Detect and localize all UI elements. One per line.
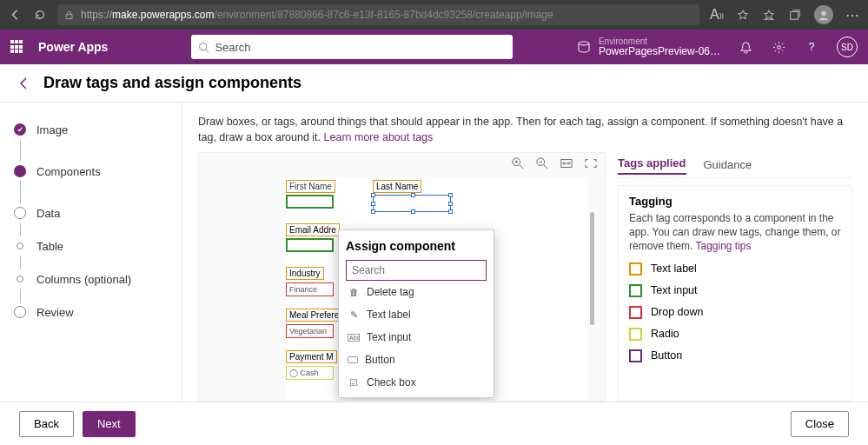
environment-icon	[576, 39, 592, 55]
legend-text-input[interactable]: Text input	[629, 284, 841, 297]
help-icon[interactable]: ?	[804, 39, 819, 55]
notifications-icon[interactable]	[738, 39, 753, 55]
tagging-tips-link[interactable]: Tagging tips	[695, 240, 751, 252]
wizard-footer: Back Next Close	[0, 402, 868, 445]
step-columns[interactable]: Columns (optional)	[14, 269, 168, 289]
browser-profile-icon[interactable]	[814, 5, 833, 24]
popup-option-checkbox[interactable]: ☑Check box	[346, 371, 487, 394]
trash-icon: 🗑	[348, 287, 360, 297]
app-launcher-icon[interactable]	[10, 40, 24, 54]
page-back-icon[interactable]	[17, 76, 31, 90]
legend-text-label[interactable]: Text label	[629, 262, 841, 276]
close-button[interactable]: Close	[791, 411, 849, 437]
legend-drop-down[interactable]: Drop down	[629, 306, 841, 319]
lock-icon	[64, 10, 74, 20]
environment-picker[interactable]: Environment PowerPagesPreview-06…	[576, 37, 720, 57]
favorites-bar-icon[interactable]	[762, 8, 776, 22]
tag-first-name-input[interactable]	[286, 195, 334, 209]
popup-option-delete[interactable]: 🗑Delete tag	[346, 281, 487, 303]
browser-refresh-icon[interactable]	[33, 8, 47, 22]
favorite-icon[interactable]	[736, 8, 750, 22]
text-input-icon: Abc	[348, 334, 360, 342]
step-table[interactable]: Table	[14, 236, 168, 256]
svg-point-4	[579, 42, 589, 45]
user-avatar[interactable]: SD	[837, 37, 858, 57]
popup-option-text-input[interactable]: AbcText input	[346, 326, 487, 349]
popup-title: Assign component	[346, 239, 487, 253]
page-title-row: Draw tags and assign components	[0, 64, 868, 103]
instructions-text: Draw boxes, or tags, around things that …	[198, 115, 852, 145]
tagging-canvas[interactable]: First Name Last Name	[198, 152, 606, 402]
tab-tags-applied[interactable]: Tags applied	[618, 156, 686, 175]
svg-rect-0	[66, 14, 72, 18]
browser-back-icon[interactable]	[9, 8, 23, 22]
legend-radio[interactable]: Radio	[629, 328, 841, 341]
popup-search-input[interactable]	[346, 260, 487, 281]
tag-meal-value[interactable]: Vegetarian	[286, 324, 334, 338]
url-host: make.powerapps.com	[112, 9, 214, 21]
step-image[interactable]: Image	[14, 120, 168, 139]
button-icon	[348, 356, 358, 363]
tag-payment-label[interactable]: Payment M	[286, 350, 337, 363]
tag-email-input[interactable]	[286, 238, 334, 252]
browser-more-icon[interactable]: ⋯	[845, 8, 859, 22]
tag-legend: Text label Text input Drop down Radio Bu…	[629, 262, 841, 362]
settings-icon[interactable]	[771, 39, 786, 55]
tag-industry-label[interactable]: Industry	[286, 267, 324, 280]
assign-component-popup: Assign component 🗑Delete tag ✎Text label…	[338, 229, 494, 398]
next-button[interactable]: Next	[83, 411, 136, 437]
zoom-in-icon[interactable]	[511, 156, 525, 170]
search-placeholder: Search	[215, 41, 250, 54]
header-search-input[interactable]: Search	[191, 35, 513, 59]
checkbox-icon: ☑	[348, 377, 360, 389]
svg-rect-1	[791, 12, 798, 20]
app-title: Power Apps	[38, 40, 108, 54]
learn-more-link[interactable]: Learn more about tags	[324, 131, 434, 143]
svg-point-3	[200, 43, 207, 50]
side-panel: Tags applied Guidance Tagging Each tag c…	[618, 152, 852, 402]
tag-payment-value[interactable]: ◯ Cash	[286, 366, 334, 380]
environment-name: PowerPagesPreview-06…	[599, 46, 720, 57]
browser-url-box[interactable]: https://make.powerapps.com/environment/8…	[57, 4, 699, 25]
app-header: Power Apps Search Environment PowerPages…	[0, 30, 868, 64]
tag-email-label[interactable]: Email Addre	[286, 223, 340, 236]
popup-option-text-label[interactable]: ✎Text label	[346, 303, 487, 326]
tag-first-name-label[interactable]: First Name	[286, 180, 335, 193]
search-icon	[198, 42, 209, 53]
step-data[interactable]: Data	[14, 203, 168, 222]
zoom-out-icon[interactable]	[535, 156, 549, 170]
page-title: Draw tags and assign components	[43, 74, 301, 92]
tag-meal-label[interactable]: Meal Prefere	[286, 309, 342, 322]
tag-last-name-label[interactable]: Last Name	[373, 180, 421, 193]
side-card-text: Each tag corresponds to a component in t…	[629, 211, 841, 254]
url-path: /environment/87880866-87c6-e13f-8165-87b…	[214, 9, 553, 21]
url-protocol: https://	[81, 9, 112, 21]
wizard-steps: Image Components Data Table Columns (opt…	[0, 103, 182, 402]
fullscreen-icon[interactable]	[584, 156, 598, 170]
svg-point-2	[821, 11, 825, 16]
back-button[interactable]: Back	[19, 411, 74, 437]
fit-width-icon[interactable]	[560, 156, 573, 170]
tag-industry-value[interactable]: Finance	[286, 282, 334, 296]
popup-option-button[interactable]: Button	[346, 349, 487, 371]
tab-guidance[interactable]: Guidance	[704, 158, 752, 175]
step-components[interactable]: Components	[14, 162, 168, 181]
svg-point-5	[777, 45, 780, 49]
step-review[interactable]: Review	[14, 302, 168, 322]
browser-chrome: https://make.powerapps.com/environment/8…	[0, 0, 868, 30]
read-aloud-icon[interactable]: A))	[710, 8, 724, 22]
side-card-title: Tagging	[629, 195, 841, 208]
legend-button[interactable]: Button	[629, 349, 841, 362]
tag-last-name-selected[interactable]	[373, 195, 451, 212]
text-label-icon: ✎	[348, 309, 360, 321]
canvas-scrollbar[interactable]	[590, 212, 594, 325]
collections-icon[interactable]	[788, 8, 802, 22]
